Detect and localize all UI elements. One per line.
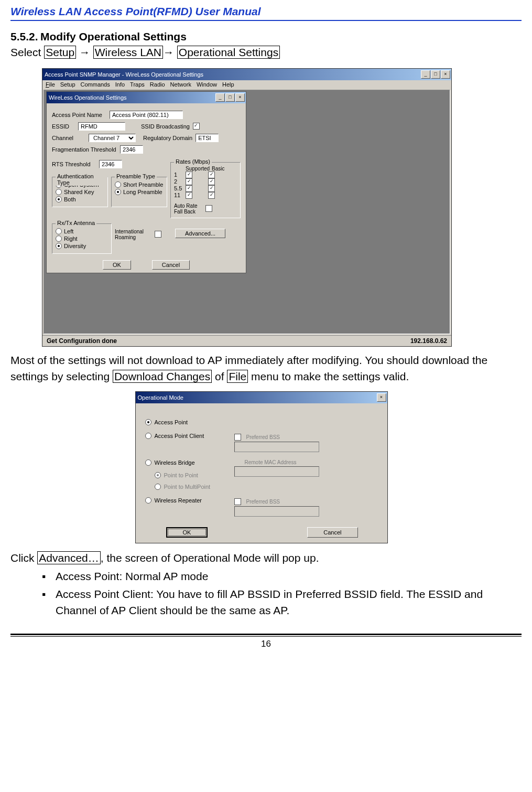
p2mp-radio [155,484,161,490]
footer-rule-thin [10,636,522,637]
apname-input[interactable] [110,111,183,119]
advanced-box: Advanced… [37,551,100,564]
section-title: Modify Operational Settings [40,30,187,42]
bullet-icon: ▪ [42,586,46,619]
prefbss-label: Preferred BSS [246,434,280,440]
minimize-icon[interactable]: _ [421,70,430,79]
channel-select[interactable]: Channel 7 [89,134,136,142]
opmode-title: Operational Mode [138,394,183,401]
prefbss-cb [234,434,241,441]
arrow-icon: → [79,46,90,58]
auth-both-radio[interactable]: Both [56,196,104,202]
ssidb-checkbox[interactable]: ✓ [193,123,200,130]
prefbss2-label: Preferred BSS [246,499,280,505]
autorate-cb[interactable] [205,205,212,212]
regdom-label: Regulatory Domain [143,135,192,141]
nav-wlan-box: Wireless LAN [93,46,163,59]
mode-ap-radio[interactable] [145,419,151,425]
ok-button[interactable]: OK [103,260,131,270]
rate4-sup-cb[interactable]: ✓ [186,192,192,199]
auth-shared-radio[interactable]: Shared Key [56,189,104,195]
menu-info[interactable]: Info [115,81,125,88]
p2p-radio [155,472,161,478]
regdom-input [196,134,219,142]
rate2-sup-cb[interactable]: ✓ [186,178,192,185]
mode-wb-label: Wireless Bridge [155,459,195,466]
menu-radio[interactable]: Radio [150,81,165,88]
ant-left-radio[interactable]: Left [56,228,108,234]
header-rule [10,20,522,21]
pre-short-radio[interactable]: Short Preamble [115,181,164,188]
nav-path-line: Select Setup → Wireless LAN→ Operational… [10,44,522,61]
section-heading-row: 5.5.2. Modify Operational Settings [10,30,522,43]
nav-setup-box: Setup [44,46,76,59]
close-icon[interactable]: × [441,70,450,79]
opmode-cancel-button[interactable]: Cancel [307,527,357,538]
ant-div-radio[interactable]: Diversity [56,243,108,249]
pre-long-radio[interactable]: Long Preamble [115,189,164,195]
frag-input[interactable] [120,145,143,154]
mode-wb-radio[interactable] [145,459,151,466]
antenna-caption: Rx/Tx Antenna [56,220,96,226]
menu-traps[interactable]: Traps [130,81,145,88]
roam-label: International Roaming [115,229,151,240]
list-item: ▪Access Point Client: You have to fill A… [42,586,522,619]
ant-right-radio[interactable]: Right [56,236,108,242]
maximize-icon[interactable]: □ [431,70,440,79]
cancel-button[interactable]: Cancel [152,260,190,270]
statusbar: Get Configuration done 192.168.0.62 [42,335,451,346]
dialog-title: WireLess Operational Settings [49,94,127,101]
doc-header: Wireless LAN Access Point(RFMD) User Man… [10,0,522,20]
close-icon[interactable]: × [235,93,245,102]
screenshot-snmp-manager: Access Point SNMP Manager - WireLess Ope… [42,68,522,347]
maximize-icon[interactable]: □ [225,93,235,102]
rates-caption: Rates (Mbps) [174,158,212,165]
rate1-sup-cb[interactable]: ✓ [186,172,192,178]
rate1-bas-cb[interactable]: ✓ [208,172,215,178]
bullet-list: ▪Access Point: Normal AP mode ▪Access Po… [42,568,522,619]
titlebar: Access Point SNMP Manager - WireLess Ope… [42,69,451,80]
remotemac-label: Remote MAC Address [245,459,379,465]
settings-dialog: WireLess Operational Settings _ □ × Acce… [46,91,246,273]
menu-file[interactable]: File [46,81,55,88]
prefbss2-cb [234,498,241,505]
menu-help[interactable]: Help [222,81,234,88]
advanced-button[interactable]: Advanced... [175,229,225,238]
nav-opsettings-box: Operational Settings [177,46,280,59]
mode-apc-label: Access Point Client [155,433,204,439]
bullet-icon: ▪ [42,568,46,585]
rate4-bas-cb[interactable]: ✓ [208,192,215,199]
file-box: File [227,370,248,383]
mode-wr-radio[interactable] [145,497,151,504]
close-icon[interactable]: × [377,393,386,402]
menu-network[interactable]: Network [170,81,191,88]
essid-input[interactable] [78,122,125,131]
menu-window[interactable]: Window [197,81,217,88]
menu-setup[interactable]: Setup [60,81,75,88]
p2mp-label: Point to MultiPoint [164,484,211,490]
rate3-bas-cb[interactable]: ✓ [208,185,215,192]
app-window: Access Point SNMP Manager - WireLess Ope… [42,68,452,347]
roam-cb[interactable] [155,231,161,238]
download-changes-box: Download Changes [113,370,212,383]
page-number: 16 [10,639,522,649]
opmode-titlebar: Operational Mode × [136,392,387,403]
menu-commands[interactable]: Commands [81,81,110,88]
arrow-icon: → [163,46,174,58]
ssidb-label: SSID Broadcasting [141,123,190,130]
rts-input[interactable] [99,160,122,168]
prefbss2-input [234,506,319,517]
preamble-caption: Preamble Type [115,173,157,179]
essid-label: ESSID [52,123,78,130]
section-number: 5.5.2. [10,30,38,42]
mode-apc-radio[interactable] [145,433,151,439]
minimize-icon[interactable]: _ [215,93,225,102]
mdi-area: WireLess Operational Settings _ □ × Acce… [44,90,450,334]
app-title: Access Point SNMP Manager - WireLess Ope… [45,71,203,78]
rate3-sup-cb[interactable]: ✓ [186,185,192,192]
opmode-dialog: Operational Mode × Access Point Access P… [135,391,388,543]
status-ip: 192.168.0.62 [410,337,447,345]
opmode-ok-button[interactable]: OK [166,527,208,538]
prefbss-input [234,442,319,452]
rate2-bas-cb[interactable]: ✓ [208,178,215,185]
